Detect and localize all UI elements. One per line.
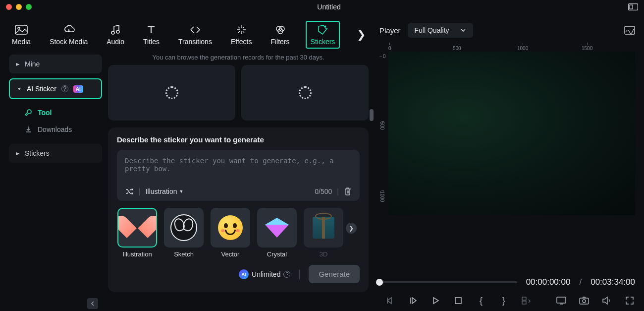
scrollbar-thumb[interactable] [370,109,374,121]
window-close[interactable] [6,4,12,10]
wrench-icon [24,109,33,117]
panel-heading: Describe the sticker you want to generat… [117,135,360,144]
style-option-3d[interactable]: 3D [303,208,344,258]
stop-icon[interactable] [453,295,464,306]
char-counter: 0/500 [315,187,332,195]
tab-effects[interactable]: Effects [228,22,255,48]
ruler-vertical: 0 500 1000 [379,52,388,277]
tab-media[interactable]: Media [9,22,34,48]
seek-slider[interactable] [379,281,517,283]
style-label: Sketch [174,250,194,258]
sidebar-item-label: Mine [25,60,40,68]
style-option-crystal[interactable]: Crystal [257,208,297,258]
sidebar-item-mine[interactable]: ▶ Mine [9,55,102,73]
unlimited-indicator: AI Unlimited ? [239,269,290,279]
tab-label: Filters [270,38,289,46]
record-card[interactable] [241,65,369,121]
tab-titles[interactable]: Titles [140,22,162,48]
sidebar-item-stickers[interactable]: ▶ Stickers [9,144,102,163]
loading-spinner-icon [299,86,312,99]
sidebar-sub-label: Downloads [38,125,72,133]
fullscreen-icon[interactable] [624,295,635,306]
tab-label: Effects [231,38,252,46]
tab-transitions[interactable]: Transitions [175,22,215,48]
layout-options-icon[interactable] [521,295,532,306]
trash-icon[interactable] [344,187,352,196]
canvas-wrap: 0 500 1000 [379,52,635,277]
quality-dropdown[interactable]: Full Quality [408,23,473,38]
style-label: Crystal [267,250,287,258]
scope-icon[interactable] [624,26,635,35]
chevron-right-icon: ▶ [16,151,20,156]
style-dropdown[interactable]: Illustration ▼ [146,187,184,195]
mark-out-icon[interactable]: } [498,295,509,306]
sidebar-item-ai-sticker[interactable]: ▼ AI Sticker ? AI [9,78,102,99]
generate-panel: Describe the sticker you want to generat… [108,127,369,292]
sidebar: ▶ Mine ▼ AI Sticker ? AI Tool [9,55,108,306]
svg-rect-14 [522,301,526,304]
unlimited-label: Unlimited [252,270,280,278]
svg-point-3 [18,27,20,29]
ruler-tick: 0 [388,43,391,51]
window-zoom[interactable] [26,4,32,10]
tab-stock-media[interactable]: Stock Media [47,22,91,48]
screen-layout-icon[interactable] [628,3,638,10]
chevron-down-icon: ▼ [179,189,183,194]
window-minimize[interactable] [16,4,22,10]
style-label: Vector [221,250,240,258]
tab-filters[interactable]: Filters [268,22,292,48]
sidebar-item-label: Stickers [25,149,50,157]
gift-icon [313,217,334,239]
sidebar-sub-downloads[interactable]: Downloads [19,121,102,138]
help-icon[interactable]: ? [283,271,290,278]
records-note: You can browse the generation records fo… [108,54,369,61]
svg-rect-15 [557,297,566,303]
svg-point-5 [116,30,119,33]
record-card[interactable] [108,65,235,121]
sparkle-icon [234,24,248,36]
diamond-icon [265,218,289,238]
play-icon[interactable] [430,295,441,306]
shuffle-icon[interactable] [125,187,134,196]
preview-canvas[interactable] [388,52,635,215]
volume-icon[interactable] [601,295,612,306]
display-icon[interactable] [556,295,567,306]
next-styles-chevron-icon[interactable]: ❯ [346,223,357,234]
snapshot-icon[interactable] [579,295,590,306]
dog-sketch-icon [170,214,197,241]
generate-button[interactable]: Generate [309,265,360,283]
svg-rect-1 [630,5,633,9]
seek-thumb[interactable] [376,279,383,286]
mark-in-icon[interactable]: { [476,295,486,306]
style-option-vector[interactable]: Vector [210,208,251,258]
style-label: 3D [320,250,328,258]
media-tabs: Media Stock Media Audio Titles Transitio… [9,19,373,52]
sidebar-sub-tool[interactable]: Tool [19,104,102,121]
step-back-icon[interactable] [407,295,418,306]
transitions-icon [188,24,202,36]
tab-label: Titles [143,38,160,46]
prev-frame-icon[interactable] [384,295,395,306]
content-area: You can browse the generation records fo… [108,55,373,306]
more-tabs-chevron-icon[interactable]: ❯ [357,28,366,41]
cloud-download-icon [62,24,76,36]
help-icon[interactable]: ? [61,85,68,92]
tab-audio[interactable]: Audio [104,22,127,48]
style-option-illustration[interactable]: Illustration [117,208,158,258]
svg-point-10 [326,28,327,29]
ruler-tick: 1000 [379,190,385,202]
prompt-input[interactable] [125,157,352,177]
tab-stickers[interactable]: Stickers [306,21,340,49]
text-icon [144,24,158,36]
filters-icon [273,24,287,36]
svg-rect-12 [455,298,461,304]
collapse-sidebar-button[interactable] [87,298,98,309]
style-row: Illustration Sketch Vector Crystal [117,208,360,258]
titlebar: Untitled [0,0,644,14]
ruler-tick: 1000 [517,43,528,51]
smiley-icon [218,215,243,240]
style-label: Illustration [122,250,152,258]
heart-icon [125,216,150,239]
style-option-sketch[interactable]: Sketch [163,208,204,258]
ruler-tick: 1500 [582,43,592,51]
